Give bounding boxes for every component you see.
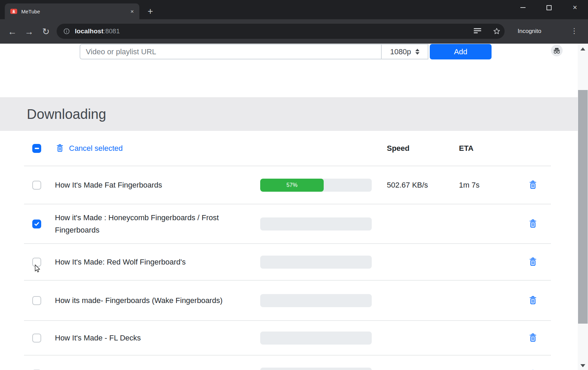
cancel-selected-label: Cancel selected [69, 144, 123, 153]
delete-button[interactable] [527, 368, 538, 370]
trash-icon [528, 219, 538, 228]
column-header-speed: Speed [387, 144, 410, 153]
window-close-button[interactable]: × [562, 0, 588, 15]
scrollbar-thumb[interactable] [578, 90, 588, 324]
column-header-eta: ETA [459, 144, 473, 153]
minimize-icon [520, 7, 526, 8]
maximize-icon [546, 5, 552, 10]
window-minimize-button[interactable] [510, 0, 536, 15]
close-icon: × [573, 4, 577, 11]
trash-icon [528, 257, 538, 267]
site-info-icon[interactable] [63, 27, 70, 35]
page-scrollbar[interactable] [578, 44, 588, 370]
select-arrows-icon [415, 49, 419, 55]
download-title: How its made- Fingerboards (Wake Fingerb… [55, 294, 227, 307]
metube-favicon-icon [10, 8, 17, 15]
progress-bar [260, 332, 372, 345]
window-controls: × [510, 0, 588, 15]
row-checkbox[interactable] [32, 181, 41, 190]
speed-value: 502.67 KB/s [387, 181, 428, 190]
cancel-selected-button[interactable]: Cancel selected [56, 144, 123, 153]
browser-toolbar: ← → ↻ localhost:8081 Incognito [0, 19, 588, 44]
tab-title: MeTube [21, 9, 40, 14]
delete-button[interactable] [527, 256, 538, 268]
progress-bar [260, 294, 372, 307]
new-tab-button[interactable]: + [144, 5, 157, 18]
trash-icon [56, 144, 64, 153]
reload-button[interactable]: ↻ [38, 24, 54, 39]
progress-label: 57% [287, 182, 298, 188]
table-row [24, 355, 551, 370]
scroll-down-arrow[interactable] [578, 362, 588, 369]
progress-bar [260, 368, 372, 370]
table-row: How its made- Fingerboards (Wake Fingerb… [24, 280, 551, 320]
table-row: How It's Made: Red Wolf Fingerboard's [24, 243, 551, 280]
eta-value: 1m 7s [459, 181, 480, 190]
tab-close-icon[interactable]: × [130, 9, 134, 14]
download-title: How It's Made: Red Wolf Fingerboard's [55, 256, 227, 268]
url-host: localhost [75, 27, 103, 35]
reading-list-icon[interactable] [474, 27, 482, 35]
section-header: Downloading [0, 97, 578, 131]
row-checkbox[interactable] [32, 334, 41, 343]
progress-bar: 57% [260, 179, 372, 192]
url-port: :8081 [103, 27, 120, 35]
browser-window: MeTube × + × ← → ↻ localhost:8081 [0, 0, 588, 370]
table-header-row: Cancel selected Speed ETA [24, 131, 551, 166]
bookmark-star-icon[interactable] [493, 27, 501, 35]
download-title: How It's Made Fat Fingerboards [55, 179, 227, 191]
incognito-label: Incognito [518, 28, 541, 35]
trash-icon [528, 296, 538, 305]
row-checkbox[interactable] [32, 296, 41, 305]
quality-select[interactable]: 1080p [381, 44, 428, 59]
delete-button[interactable] [527, 218, 538, 230]
quality-value: 1080p [390, 47, 411, 56]
table-row: How it's Made : Honeycomb Fingerboards /… [24, 204, 551, 243]
select-all-checkbox[interactable] [32, 144, 41, 153]
delete-button[interactable] [527, 179, 538, 191]
delete-button[interactable] [527, 332, 538, 344]
scroll-up-arrow[interactable] [578, 45, 588, 53]
forward-button[interactable]: → [22, 24, 37, 39]
tab-metube[interactable]: MeTube × [5, 3, 139, 19]
add-button[interactable]: Add [430, 44, 492, 59]
progress-bar [260, 256, 372, 269]
table-row: How It's Made Fat Fingerboards 57% 502.6… [24, 166, 551, 204]
download-title: How it's Made : Honeycomb Fingerboards /… [55, 212, 227, 236]
trash-icon [528, 333, 538, 343]
incognito-icon [551, 45, 563, 56]
trash-icon [528, 180, 538, 190]
progress-bar [260, 217, 372, 231]
row-checkbox[interactable] [32, 258, 41, 267]
row-checkbox[interactable] [32, 220, 41, 228]
video-url-input[interactable] [80, 44, 381, 59]
downloads-table: Cancel selected Speed ETA How It's Made … [24, 131, 551, 370]
tab-strip: MeTube × + × [0, 0, 588, 19]
back-button[interactable]: ← [5, 24, 20, 39]
delete-button[interactable] [527, 295, 538, 306]
address-bar[interactable]: localhost:8081 [57, 24, 505, 39]
indeterminate-icon [35, 148, 39, 149]
browser-menu-icon[interactable]: ⋮ [569, 27, 579, 35]
url-text: localhost:8081 [75, 27, 120, 35]
table-row: How It's Made - FL Decks [24, 320, 551, 355]
window-maximize-button[interactable] [536, 0, 562, 15]
download-title: How It's Made - FL Decks [55, 332, 227, 344]
section-title: Downloading [27, 106, 106, 122]
